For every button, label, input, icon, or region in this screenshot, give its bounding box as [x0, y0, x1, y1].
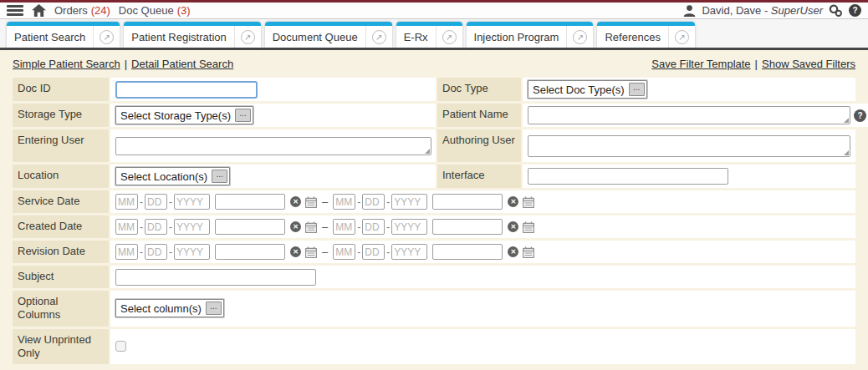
doc-type-ellipsis-button[interactable]: ... — [629, 83, 645, 96]
revision-date-from-time-input[interactable] — [215, 244, 285, 260]
date-dash: - — [357, 196, 360, 208]
location-select[interactable]: Select Location(s) ... — [115, 167, 230, 185]
created-date-from-time-input[interactable] — [215, 219, 285, 235]
revision-date-to-mm-input[interactable] — [333, 244, 355, 260]
nav-orders-label: Orders — [54, 4, 88, 17]
revision-date-label: Revision Date — [13, 241, 109, 263]
tab-label: Patient Registration — [124, 31, 233, 43]
tab-document-queue[interactable]: Document Queue ↗ — [265, 22, 392, 48]
date-range-separator: – — [322, 246, 328, 258]
created-date-to-dd-input[interactable] — [362, 219, 385, 235]
tab-references[interactable]: References ↗ — [597, 22, 694, 48]
date-dash: - — [169, 196, 172, 208]
user-role: SuperUser — [771, 4, 823, 17]
calendar-icon[interactable] — [305, 221, 317, 233]
calendar-icon[interactable] — [523, 221, 534, 233]
detail-patient-search-link[interactable]: Detail Patient Search — [131, 58, 233, 70]
open-in-window-icon[interactable]: ↗ — [372, 30, 386, 44]
patient-name-label: Patient Name — [437, 104, 521, 127]
location-ellipsis-button[interactable]: ... — [212, 170, 227, 183]
clear-date-icon[interactable]: ✕ — [290, 196, 301, 207]
nav-doc-queue-count: (3) — [177, 4, 191, 17]
revision-date-to-yyyy-input[interactable] — [391, 244, 427, 260]
service-date-to-time-input[interactable] — [432, 194, 503, 210]
tab-label: Patient Search — [7, 31, 93, 43]
storage-type-ellipsis-button[interactable]: ... — [235, 109, 251, 122]
link-icon[interactable] — [829, 4, 843, 17]
date-dash: - — [357, 246, 360, 258]
user-icon — [683, 4, 696, 17]
home-icon[interactable] — [32, 4, 46, 17]
created-date-to-time-input[interactable] — [432, 219, 503, 235]
service-date-from-yyyy-input[interactable] — [174, 194, 210, 210]
created-date-from-yyyy-input[interactable] — [174, 219, 210, 235]
tab-e-rx[interactable]: E-Rx ↗ — [396, 22, 462, 48]
optional-columns-select[interactable]: Select column(s) ... — [115, 299, 224, 317]
save-filter-template-link[interactable]: Save Filter Template — [651, 58, 750, 70]
doc-type-select[interactable]: Select Doc Type(s) ... — [528, 80, 647, 99]
date-range-separator: – — [322, 195, 328, 208]
view-unprinted-only-label: View Unprinted Only — [13, 329, 109, 365]
calendar-icon[interactable] — [523, 196, 534, 208]
clear-date-icon[interactable]: ✕ — [290, 221, 301, 232]
revision-date-from-yyyy-input[interactable] — [174, 244, 210, 260]
service-date-to-dd-input[interactable] — [362, 194, 385, 210]
open-in-window-icon[interactable]: ↗ — [442, 30, 457, 44]
open-in-window-icon[interactable]: ↗ — [675, 30, 689, 44]
nav-orders[interactable]: Orders (24) — [54, 4, 110, 17]
tab-divider — [668, 26, 669, 48]
nav-orders-count: (24) — [91, 4, 110, 17]
interface-input[interactable] — [528, 168, 728, 185]
user-menu[interactable]: David, Dave - SuperUser — [702, 4, 823, 17]
service-date-to-yyyy-input[interactable] — [391, 194, 427, 210]
service-date-to-mm-input[interactable] — [333, 194, 355, 210]
storage-type-select[interactable]: Select Storage Type(s) ... — [115, 106, 253, 124]
tab-bar: Patient Search ↗ Patient Registration ↗ … — [0, 19, 868, 50]
tab-injection-program[interactable]: Injection Program ↗ — [467, 22, 594, 48]
calendar-icon[interactable] — [305, 246, 317, 258]
service-date-from-mm-input[interactable] — [115, 194, 138, 210]
tab-divider — [365, 26, 366, 48]
clear-date-icon[interactable]: ✕ — [508, 221, 518, 232]
patient-name-help-icon[interactable]: ? — [854, 109, 866, 122]
revision-date-to-dd-input[interactable] — [362, 244, 385, 260]
date-dash: - — [169, 221, 172, 233]
date-range-separator: – — [322, 220, 328, 233]
hamburger-menu-icon[interactable] — [7, 3, 23, 18]
tab-divider — [566, 26, 567, 48]
clear-date-icon[interactable]: ✕ — [290, 246, 301, 257]
calendar-icon[interactable] — [305, 196, 317, 208]
created-date-to-mm-input[interactable] — [333, 219, 355, 235]
link-separator: | — [755, 58, 758, 70]
open-in-window-icon[interactable]: ↗ — [573, 30, 587, 44]
clear-date-icon[interactable]: ✕ — [508, 196, 518, 207]
clear-date-icon[interactable]: ✕ — [508, 246, 518, 257]
location-label: Location — [13, 165, 109, 188]
simple-patient-search-link[interactable]: Simple Patient Search — [13, 58, 120, 70]
tab-patient-registration[interactable]: Patient Registration ↗ — [124, 22, 260, 48]
open-in-window-icon[interactable]: ↗ — [241, 30, 255, 44]
show-saved-filters-link[interactable]: Show Saved Filters — [762, 58, 855, 70]
view-unprinted-only-checkbox[interactable] — [115, 341, 126, 352]
entering-user-input[interactable] — [115, 137, 431, 155]
service-date-from-time-input[interactable] — [215, 194, 285, 210]
tab-patient-search[interactable]: Patient Search ↗ — [7, 22, 120, 48]
patient-name-input[interactable] — [528, 106, 850, 124]
help-icon[interactable]: ? — [849, 4, 861, 17]
revision-date-to-time-input[interactable] — [432, 244, 503, 260]
open-in-window-icon[interactable]: ↗ — [100, 30, 114, 44]
calendar-icon[interactable] — [523, 246, 534, 258]
revision-date-from-dd-input[interactable] — [145, 244, 167, 260]
doc-id-input[interactable] — [115, 81, 258, 99]
tab-divider — [93, 26, 94, 48]
authoring-user-input[interactable] — [528, 135, 850, 157]
created-date-from-mm-input[interactable] — [115, 219, 138, 235]
optional-columns-ellipsis-button[interactable]: ... — [206, 302, 222, 315]
nav-doc-queue[interactable]: Doc Queue (3) — [119, 4, 191, 17]
created-date-to-yyyy-input[interactable] — [391, 219, 427, 235]
created-date-from-dd-input[interactable] — [145, 219, 167, 235]
revision-date-from-mm-input[interactable] — [115, 244, 138, 260]
date-dash: - — [169, 246, 172, 258]
subject-input[interactable] — [115, 269, 316, 286]
service-date-from-dd-input[interactable] — [145, 194, 167, 210]
